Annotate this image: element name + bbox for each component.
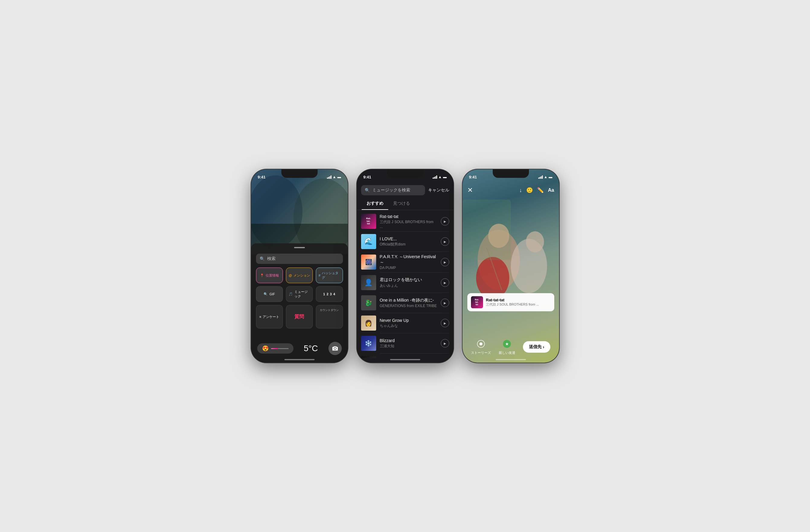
phones-container: 9:41 ▲ ▬ (251, 170, 559, 362)
song-item-0[interactable]: Rat-tat-tat Rat-tat-tat 三代目 J SOUL BROTH… (357, 211, 453, 231)
song-title-0: Rat-tat-tat (380, 214, 437, 219)
signal-icon-3 (538, 175, 543, 179)
song-item-2[interactable]: 🎆 P.A.R.T.Y. ～Universe Festival～ DA PUMP… (357, 252, 453, 272)
poll-sticker[interactable]: ≡アンケート (256, 305, 283, 328)
time-2: 9:41 (363, 175, 371, 179)
story-drawer: 🔍 検索 📍位置情報 @メンション #ハッシュタグ 🔍GIF (251, 243, 348, 362)
song-info-5: Never Grow Up ちゃんみな (380, 318, 437, 328)
song-artist-2: DA PUMP (380, 266, 437, 270)
story-bottom-row: 😍 5°C (251, 342, 348, 355)
album-art-6: ❄️ (361, 336, 376, 351)
song-item-1[interactable]: 🌊 I LOVE... Official髭男dism ▶ (357, 231, 453, 252)
song-item-3[interactable]: 👤 君はロックを聴かない あいみょん ▶ (357, 273, 453, 293)
time-3: 9:41 (469, 175, 477, 179)
album-art-7: 💄 (361, 356, 376, 358)
chevron-right-icon: › (543, 344, 544, 349)
text-icon[interactable]: Aa (548, 188, 554, 193)
play-btn-5[interactable]: ▶ (441, 319, 449, 327)
svg-point-8 (526, 231, 544, 253)
wifi-icon-2: ▲ (438, 175, 442, 179)
story-bg-3 (463, 170, 559, 362)
music-sticker-overlay[interactable]: Rat-tat-tat Rat-tat-tat 三代目 J SOUL BROTH… (467, 293, 554, 311)
song-title-4: One in a Million -奇跡の夜に- (380, 298, 437, 303)
sticker-song-title: Rat-tat-tat (486, 298, 551, 302)
sticker-search[interactable]: 🔍 検索 (256, 254, 343, 264)
song-artist-3: あいみょん (380, 283, 437, 288)
svg-point-9 (476, 257, 509, 299)
signal-icon-2 (433, 175, 437, 179)
question-sticker[interactable]: 質問 (286, 305, 313, 328)
phone3: 9:41 ▲ ▬ (463, 170, 559, 362)
slider-track (271, 348, 289, 349)
tab-discover[interactable]: 見つける (388, 198, 415, 210)
pencil-icon[interactable]: ✏️ (537, 187, 544, 194)
play-btn-2[interactable]: ▶ (441, 258, 449, 266)
time-1: 9:41 (258, 175, 266, 179)
hashtag-sticker[interactable]: #ハッシュタグ (316, 268, 343, 283)
tab-recommended[interactable]: おすすめ (362, 198, 388, 210)
song-info-0: Rat-tat-tat 三代目 J SOUL BROTHERS from ... (380, 214, 437, 229)
song-item-5[interactable]: 👩 Never Grow Up ちゃんみな ▶ (357, 313, 453, 333)
svg-text:★: ★ (505, 341, 509, 346)
song-title-2: P.A.R.T.Y. ～Universe Festival～ (380, 254, 437, 265)
stories-action[interactable]: ストーリーズ (471, 338, 491, 355)
music-search-header: 🔍 ミュージックを検索 キャンセル (357, 183, 453, 198)
close-friends-action[interactable]: ★ 親しい友達 (499, 338, 515, 355)
cancel-button[interactable]: キャンセル (428, 188, 449, 193)
song-info-3: 君はロックを聴かない あいみょん (380, 277, 437, 288)
song-artist-0: 三代目 J SOUL BROTHERS from ... (380, 220, 437, 229)
play-btn-1[interactable]: ▶ (441, 237, 449, 246)
sticker-album-art: Rat-tat-tat (471, 296, 483, 308)
phone1: 9:41 ▲ ▬ (251, 170, 348, 362)
play-btn-0[interactable]: ▶ (441, 217, 449, 226)
song-artist-5: ちゃんみな (380, 323, 437, 328)
song-title-6: Blizzard (380, 338, 437, 343)
mention-sticker[interactable]: @メンション (286, 268, 313, 283)
play-btn-4[interactable]: ▶ (441, 299, 449, 307)
battery-icon-1: ▬ (338, 175, 341, 179)
close-friends-label: 親しい友達 (499, 351, 515, 355)
counter-sticker[interactable]: 1 2 3 4 (316, 286, 343, 302)
song-info-6: Blizzard 三浦大知 (380, 338, 437, 349)
countdown-sticker[interactable]: カウントダウン (316, 305, 343, 328)
search-input-text: ミュージックを検索 (372, 188, 410, 193)
send-button[interactable]: 送信先 › (523, 341, 550, 353)
search-icon: 🔍 (260, 256, 265, 261)
song-item-6[interactable]: ❄️ Blizzard 三浦大知 ▶ (357, 333, 453, 353)
home-indicator-2 (390, 359, 420, 360)
album-art-2: 🎆 (361, 255, 376, 270)
location-sticker[interactable]: 📍位置情報 (256, 268, 283, 283)
play-btn-6[interactable]: ▶ (441, 339, 449, 348)
camera-button[interactable] (328, 342, 342, 355)
sticker-grid: 📍位置情報 @メンション #ハッシュタグ 🔍GIF 🎵ミュージック (256, 268, 343, 328)
gif-sticker[interactable]: 🔍GIF (256, 286, 283, 302)
face-icon[interactable]: 🙂 (526, 187, 533, 194)
sticker-song-info: Rat-tat-tat 三代目 J SOUL BROTHERS from ... (486, 298, 551, 307)
wifi-icon-3: ▲ (544, 175, 548, 179)
download-icon[interactable]: ↓ (519, 187, 522, 194)
drawer-handle[interactable] (294, 247, 305, 248)
album-art-3: 👤 (361, 275, 376, 290)
svg-rect-10 (463, 199, 511, 260)
temperature-display: 5°C (304, 343, 318, 353)
notch (281, 170, 318, 178)
album-art-4: 🐉 (361, 295, 376, 310)
close-story-btn[interactable]: ✕ (467, 186, 473, 194)
song-artist-1: Official髭男dism (380, 242, 437, 247)
emoji-slider[interactable]: 😍 (257, 343, 293, 354)
music-sticker-btn[interactable]: 🎵ミュージック (286, 286, 313, 302)
music-search-input[interactable]: 🔍 ミュージックを検索 (361, 185, 425, 195)
battery-icon-3: ▬ (549, 175, 552, 179)
search-placeholder: 検索 (267, 256, 276, 261)
battery-icon-2: ▬ (443, 175, 447, 179)
search-icon-music: 🔍 (365, 188, 370, 193)
song-title-3: 君はロックを聴かない (380, 277, 437, 283)
play-btn-3[interactable]: ▶ (441, 278, 449, 287)
send-label: 送信先 (529, 344, 541, 350)
song-item-7[interactable]: 💄 FiX YOUR TEETH GANG PARADE ▶ (357, 354, 453, 358)
music-list: Rat-tat-tat Rat-tat-tat 三代目 J SOUL BROTH… (357, 211, 453, 358)
status-icons-3: ▲ ▬ (538, 175, 552, 179)
song-item-4[interactable]: 🐉 One in a Million -奇跡の夜に- GENERATIONS f… (357, 293, 453, 313)
stories-label: ストーリーズ (471, 351, 491, 355)
star-icon: ★ (501, 338, 512, 349)
